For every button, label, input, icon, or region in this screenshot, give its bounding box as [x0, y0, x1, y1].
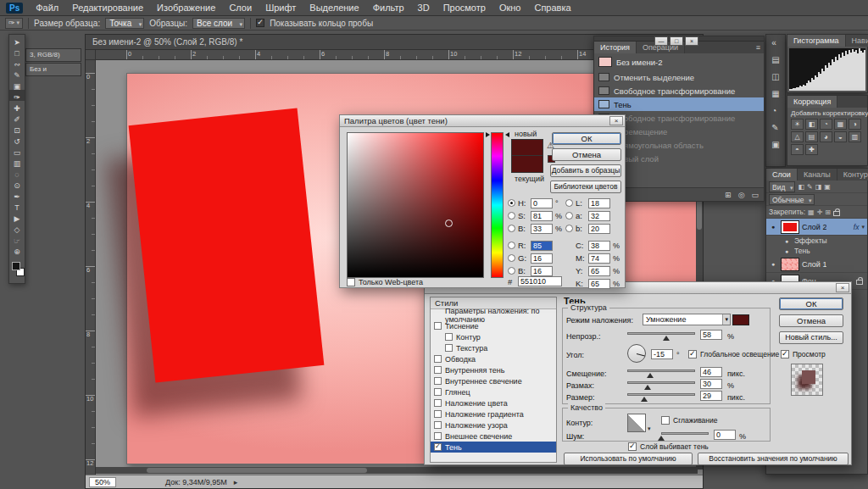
- color-value-input[interactable]: 18: [588, 198, 610, 208]
- tab-navigator[interactable]: Навигатор: [846, 35, 868, 47]
- antialias-checkbox[interactable]: [661, 416, 670, 425]
- ok-button[interactable]: ОК: [779, 297, 843, 310]
- samples-select[interactable]: Все слои: [192, 18, 245, 29]
- zoom-tool[interactable]: ⊕: [9, 244, 25, 255]
- panel-tab[interactable]: Контуры: [837, 169, 868, 181]
- shape-tool[interactable]: ◇: [9, 222, 25, 233]
- preview-checkbox[interactable]: [781, 350, 789, 358]
- style-checkbox[interactable]: [434, 443, 442, 451]
- style-list-item[interactable]: Наложение узора: [431, 420, 556, 431]
- eraser-tool[interactable]: ▭: [9, 145, 25, 156]
- menu-item[interactable]: Окно: [492, 0, 528, 16]
- style-list-item[interactable]: Глянец: [431, 386, 556, 397]
- color-value-input[interactable]: 81: [531, 211, 553, 221]
- lasso-tool[interactable]: ∾: [9, 57, 25, 68]
- close-icon[interactable]: ×: [609, 116, 623, 125]
- cancel-button[interactable]: Отмена: [552, 148, 621, 161]
- color-mode-radio[interactable]: [508, 242, 515, 249]
- color-value-input[interactable]: 33: [531, 224, 553, 234]
- chevron-down-icon[interactable]: ▾: [648, 425, 651, 432]
- style-list-item[interactable]: Обводка: [431, 353, 556, 364]
- menu-item[interactable]: 3D: [411, 0, 437, 16]
- color-mode-radio[interactable]: [508, 199, 515, 207]
- type-tool[interactable]: T: [9, 200, 25, 211]
- style-checkbox[interactable]: [434, 421, 442, 429]
- menu-item[interactable]: Шрифт: [259, 0, 303, 16]
- visibility-eye-icon[interactable]: ●: [782, 238, 792, 244]
- tool-preset-picker[interactable]: ✑ ▾: [5, 18, 23, 29]
- color-mode-radio[interactable]: [565, 212, 573, 219]
- minimized-document-window[interactable]: Без и: [25, 63, 81, 76]
- adjustment-icon[interactable]: △: [791, 131, 804, 142]
- quick-selection-tool[interactable]: ✎: [9, 68, 25, 79]
- layer-filter-icon[interactable]: ◨: [815, 183, 822, 191]
- color-mode-radio[interactable]: [565, 225, 573, 232]
- noise-input[interactable]: 0: [714, 430, 736, 440]
- adjustment-icon[interactable]: ◧: [805, 119, 818, 130]
- style-list-item[interactable]: Параметры наложения: по умолчанию: [431, 309, 556, 320]
- history-footer-icon[interactable]: ⊞: [725, 191, 732, 199]
- hand-tool[interactable]: ☞: [9, 233, 25, 244]
- visibility-eye-icon[interactable]: ●: [768, 261, 778, 267]
- adjustment-icon[interactable]: ◑: [849, 119, 861, 130]
- blur-tool[interactable]: ◌: [9, 167, 25, 178]
- angle-input[interactable]: -15: [651, 349, 673, 359]
- lock-icon[interactable]: ▦: [808, 208, 815, 216]
- menu-item[interactable]: Редактирование: [65, 0, 150, 16]
- spread-slider[interactable]: [627, 379, 695, 389]
- add-to-swatches-button[interactable]: Добавить в образцы: [550, 164, 621, 177]
- menu-item[interactable]: Изображение: [150, 0, 222, 16]
- noise-slider[interactable]: [661, 430, 709, 440]
- angle-dial[interactable]: [627, 344, 646, 363]
- adjustment-icon[interactable]: ◕: [820, 131, 832, 142]
- minimized-document-window[interactable]: 3, RGB/8): [25, 48, 81, 62]
- adjustment-icon[interactable]: ▤: [805, 131, 818, 142]
- maximize-button[interactable]: □: [670, 36, 683, 46]
- history-state[interactable]: Тень: [594, 97, 764, 111]
- style-checkbox[interactable]: [445, 333, 453, 341]
- style-list-item[interactable]: Тень: [431, 442, 556, 453]
- panel-tab[interactable]: История: [594, 42, 637, 53]
- history-state[interactable]: Отменить выделение: [594, 70, 764, 84]
- history-footer-icon[interactable]: ▭: [751, 191, 759, 199]
- menu-item[interactable]: Выделение: [303, 0, 365, 16]
- path-selection-tool[interactable]: ▶: [9, 211, 25, 222]
- adjustment-icon[interactable]: ☀: [791, 119, 804, 130]
- color-mode-radio[interactable]: [508, 212, 515, 219]
- color-libraries-button[interactable]: Библиотеки цветов: [550, 181, 621, 193]
- layer-filter-icon[interactable]: ◧: [798, 183, 804, 191]
- color-mode-radio[interactable]: [508, 267, 515, 275]
- panel-tab[interactable]: Каналы: [798, 169, 837, 181]
- color-value-input[interactable]: 65: [588, 279, 610, 289]
- tab-adjustments[interactable]: Коррекция: [787, 96, 837, 108]
- use-default-button[interactable]: Использовать по умолчанию: [564, 453, 693, 465]
- style-checkbox[interactable]: [434, 399, 442, 407]
- distance-slider[interactable]: [627, 367, 695, 377]
- close-icon[interactable]: ×: [836, 283, 849, 292]
- dock-panel-icon[interactable]: ✎: [771, 119, 779, 136]
- ruler-corner[interactable]: [86, 50, 96, 60]
- style-list-item[interactable]: Наложение цвета: [431, 397, 556, 408]
- show-sampling-ring-checkbox[interactable]: [256, 19, 264, 27]
- adjustment-icon[interactable]: ◒: [834, 131, 847, 142]
- hue-slider[interactable]: [491, 132, 504, 278]
- lock-icon[interactable]: ⊞: [825, 208, 831, 216]
- style-list-item[interactable]: Наложение градиента: [431, 408, 556, 420]
- style-list-item[interactable]: Контур: [431, 331, 556, 342]
- size-slider[interactable]: [627, 391, 695, 401]
- style-list-item[interactable]: Внешнее свечение: [431, 431, 556, 442]
- adjustment-icon[interactable]: ◓: [791, 144, 804, 155]
- color-value-input[interactable]: 85: [531, 241, 553, 251]
- dodge-tool[interactable]: ⊙: [9, 178, 25, 189]
- style-checkbox[interactable]: [434, 432, 442, 440]
- style-checkbox[interactable]: [434, 388, 442, 396]
- style-checkbox[interactable]: [445, 344, 453, 352]
- new-style-button[interactable]: Новый стиль...: [779, 331, 843, 344]
- crop-tool[interactable]: ▣: [9, 79, 25, 90]
- dialog-title-bar[interactable]: Палитра цветов (цвет тени) ×: [340, 115, 625, 127]
- hue-slider-arrow[interactable]: [505, 132, 509, 137]
- marquee-tool[interactable]: □: [9, 46, 25, 57]
- panel-tab[interactable]: Слои: [766, 169, 798, 181]
- menu-item[interactable]: Справка: [527, 0, 577, 16]
- lock-all-icon[interactable]: [833, 211, 840, 216]
